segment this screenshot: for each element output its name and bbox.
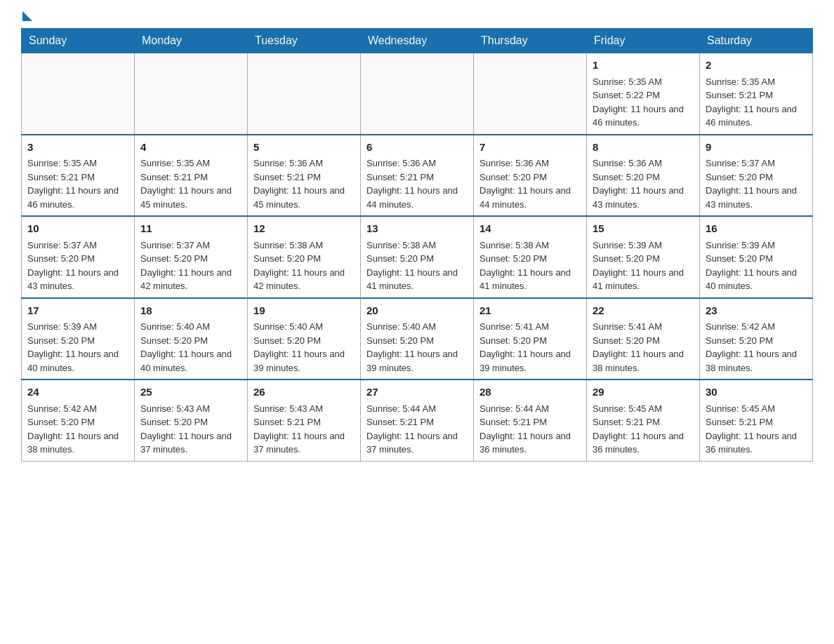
day-number: 2 bbox=[706, 58, 807, 74]
page-header bbox=[21, 14, 813, 17]
day-info: Sunset: 5:20 PM bbox=[593, 252, 694, 266]
day-number: 9 bbox=[706, 140, 807, 156]
calendar-cell: 30Sunrise: 5:45 AMSunset: 5:21 PMDayligh… bbox=[700, 380, 813, 461]
day-info: Sunset: 5:21 PM bbox=[593, 415, 694, 429]
calendar-cell: 23Sunrise: 5:42 AMSunset: 5:20 PMDayligh… bbox=[700, 298, 813, 380]
calendar-cell: 12Sunrise: 5:38 AMSunset: 5:20 PMDayligh… bbox=[248, 216, 361, 298]
day-info: Sunset: 5:20 PM bbox=[479, 170, 581, 185]
day-info: Sunrise: 5:37 AM bbox=[140, 239, 241, 253]
day-info: Daylight: 11 hours and 41 minutes. bbox=[366, 266, 468, 293]
day-info: Sunset: 5:21 PM bbox=[366, 415, 468, 429]
day-info: Daylight: 11 hours and 45 minutes. bbox=[253, 184, 355, 211]
day-number: 30 bbox=[706, 384, 807, 401]
day-info: Daylight: 11 hours and 41 minutes. bbox=[479, 266, 581, 293]
day-info: Daylight: 11 hours and 41 minutes. bbox=[593, 266, 694, 293]
calendar-cell: 17Sunrise: 5:39 AMSunset: 5:20 PMDayligh… bbox=[22, 298, 135, 380]
calendar-cell: 16Sunrise: 5:39 AMSunset: 5:20 PMDayligh… bbox=[700, 216, 813, 298]
calendar-cell: 5Sunrise: 5:36 AMSunset: 5:21 PMDaylight… bbox=[248, 135, 361, 217]
day-number: 25 bbox=[140, 384, 241, 401]
day-info: Sunrise: 5:45 AM bbox=[706, 402, 807, 416]
weekday-header-friday: Friday bbox=[587, 29, 700, 53]
day-info: Sunrise: 5:42 AM bbox=[27, 402, 128, 416]
day-info: Sunset: 5:20 PM bbox=[706, 252, 807, 266]
day-number: 6 bbox=[366, 140, 468, 156]
day-info: Sunrise: 5:44 AM bbox=[479, 402, 581, 416]
calendar-cell: 8Sunrise: 5:36 AMSunset: 5:20 PMDaylight… bbox=[587, 135, 700, 217]
day-info: Sunrise: 5:36 AM bbox=[593, 156, 694, 170]
calendar-cell: 26Sunrise: 5:43 AMSunset: 5:21 PMDayligh… bbox=[248, 380, 361, 461]
day-info: Sunrise: 5:38 AM bbox=[366, 239, 468, 253]
day-number: 23 bbox=[706, 303, 807, 319]
day-info: Sunrise: 5:41 AM bbox=[593, 320, 694, 334]
calendar-cell: 15Sunrise: 5:39 AMSunset: 5:20 PMDayligh… bbox=[587, 216, 700, 298]
day-info: Daylight: 11 hours and 44 minutes. bbox=[479, 184, 581, 211]
day-info: Daylight: 11 hours and 38 minutes. bbox=[27, 429, 128, 457]
day-info: Sunset: 5:21 PM bbox=[253, 170, 355, 185]
calendar-cell bbox=[474, 53, 587, 135]
day-info: Daylight: 11 hours and 39 minutes. bbox=[366, 347, 468, 375]
day-info: Sunrise: 5:41 AM bbox=[479, 320, 581, 334]
logo-triangle-icon bbox=[22, 11, 32, 21]
day-info: Sunset: 5:20 PM bbox=[140, 415, 241, 429]
weekday-header-row: SundayMondayTuesdayWednesdayThursdayFrid… bbox=[22, 29, 813, 53]
day-info: Sunset: 5:21 PM bbox=[479, 415, 581, 429]
calendar-cell: 22Sunrise: 5:41 AMSunset: 5:20 PMDayligh… bbox=[587, 298, 700, 380]
day-number: 5 bbox=[253, 140, 355, 156]
day-number: 24 bbox=[27, 384, 128, 401]
calendar-cell: 11Sunrise: 5:37 AMSunset: 5:20 PMDayligh… bbox=[135, 216, 248, 298]
day-info: Daylight: 11 hours and 39 minutes. bbox=[253, 347, 355, 375]
calendar-cell: 21Sunrise: 5:41 AMSunset: 5:20 PMDayligh… bbox=[474, 298, 587, 380]
calendar-cell: 25Sunrise: 5:43 AMSunset: 5:20 PMDayligh… bbox=[135, 380, 248, 461]
day-info: Sunset: 5:20 PM bbox=[366, 334, 468, 348]
day-number: 20 bbox=[366, 303, 468, 319]
day-info: Sunset: 5:20 PM bbox=[140, 334, 241, 348]
day-info: Sunset: 5:20 PM bbox=[593, 170, 694, 185]
day-info: Sunrise: 5:35 AM bbox=[27, 156, 128, 170]
calendar-week-row: 3Sunrise: 5:35 AMSunset: 5:21 PMDaylight… bbox=[22, 135, 813, 217]
day-info: Sunset: 5:20 PM bbox=[27, 415, 128, 429]
day-number: 17 bbox=[27, 303, 128, 319]
day-info: Sunset: 5:20 PM bbox=[253, 334, 355, 348]
day-info: Sunset: 5:21 PM bbox=[706, 88, 807, 102]
day-info: Daylight: 11 hours and 37 minutes. bbox=[366, 429, 468, 457]
day-info: Sunset: 5:21 PM bbox=[706, 415, 807, 429]
calendar-week-row: 17Sunrise: 5:39 AMSunset: 5:20 PMDayligh… bbox=[22, 298, 813, 380]
day-info: Daylight: 11 hours and 40 minutes. bbox=[140, 347, 241, 375]
weekday-header-thursday: Thursday bbox=[474, 29, 587, 53]
calendar-cell: 18Sunrise: 5:40 AMSunset: 5:20 PMDayligh… bbox=[135, 298, 248, 380]
day-info: Daylight: 11 hours and 45 minutes. bbox=[140, 184, 241, 211]
day-info: Sunrise: 5:36 AM bbox=[479, 156, 581, 170]
day-info: Sunset: 5:20 PM bbox=[366, 252, 468, 266]
day-info: Sunset: 5:21 PM bbox=[27, 170, 128, 185]
day-info: Sunset: 5:20 PM bbox=[479, 252, 581, 266]
day-info: Sunset: 5:20 PM bbox=[706, 170, 807, 185]
day-info: Sunrise: 5:35 AM bbox=[140, 156, 241, 170]
day-info: Sunrise: 5:35 AM bbox=[706, 75, 807, 89]
day-info: Sunset: 5:20 PM bbox=[27, 252, 128, 266]
calendar-cell: 7Sunrise: 5:36 AMSunset: 5:20 PMDaylight… bbox=[474, 135, 587, 217]
day-number: 1 bbox=[593, 58, 694, 74]
day-info: Sunrise: 5:42 AM bbox=[706, 320, 807, 334]
calendar-cell: 13Sunrise: 5:38 AMSunset: 5:20 PMDayligh… bbox=[361, 216, 474, 298]
day-number: 19 bbox=[253, 303, 355, 319]
day-info: Sunset: 5:21 PM bbox=[140, 170, 241, 185]
day-number: 12 bbox=[253, 221, 355, 237]
day-info: Sunrise: 5:44 AM bbox=[366, 402, 468, 416]
day-info: Daylight: 11 hours and 39 minutes. bbox=[479, 347, 581, 375]
calendar-cell: 24Sunrise: 5:42 AMSunset: 5:20 PMDayligh… bbox=[22, 380, 135, 461]
day-info: Sunset: 5:21 PM bbox=[253, 415, 355, 429]
day-info: Daylight: 11 hours and 46 minutes. bbox=[706, 102, 807, 130]
day-info: Daylight: 11 hours and 36 minutes. bbox=[479, 429, 581, 457]
day-number: 26 bbox=[253, 384, 355, 401]
day-info: Daylight: 11 hours and 37 minutes. bbox=[140, 429, 241, 457]
day-info: Sunset: 5:20 PM bbox=[593, 334, 694, 348]
day-info: Daylight: 11 hours and 40 minutes. bbox=[706, 266, 807, 293]
day-info: Daylight: 11 hours and 40 minutes. bbox=[27, 347, 128, 375]
logo bbox=[21, 14, 32, 17]
day-info: Sunset: 5:20 PM bbox=[706, 334, 807, 348]
calendar-cell: 20Sunrise: 5:40 AMSunset: 5:20 PMDayligh… bbox=[361, 298, 474, 380]
calendar-cell: 1Sunrise: 5:35 AMSunset: 5:22 PMDaylight… bbox=[587, 53, 700, 135]
day-info: Daylight: 11 hours and 37 minutes. bbox=[253, 429, 355, 457]
day-info: Daylight: 11 hours and 36 minutes. bbox=[706, 429, 807, 457]
calendar-cell: 6Sunrise: 5:36 AMSunset: 5:21 PMDaylight… bbox=[361, 135, 474, 217]
